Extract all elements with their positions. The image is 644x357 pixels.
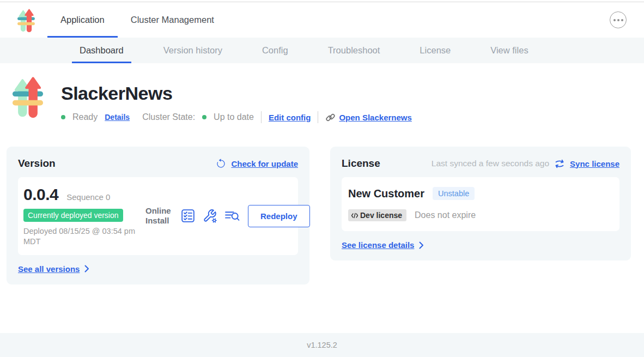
license-type-label: Dev license [360,211,402,220]
tab-label: View files [490,45,528,56]
customer-row: New Customer Unstable [348,186,613,200]
app-logo-small[interactable] [17,8,35,33]
see-all-versions-row: See all versions [18,264,298,274]
deployed-status-badge: Currently deployed version [23,209,123,222]
license-type-badge: Dev license [348,209,406,221]
tab-label: Dashboard [80,45,124,56]
code-icon [351,213,359,219]
ellipsis-icon [613,19,616,21]
app-subnav: Dashboard Version history Config Trouble… [0,38,644,63]
redeploy-button[interactable]: Redeploy [248,205,310,227]
version-actions: Online Install [145,205,310,227]
sequence-label: Sequence 0 [66,192,110,202]
tab-label: Config [262,45,288,56]
page-title: SlackerNews [61,83,419,104]
cluster-state-label: Cluster State: [142,112,195,122]
header-tab-label: Application [60,15,105,25]
tab-config[interactable]: Config [254,38,296,63]
header-tab-application[interactable]: Application [47,2,118,38]
open-app-link[interactable]: Open Slackernews [325,112,411,123]
version-number: 0.0.4 [23,185,58,204]
refresh-icon [216,159,226,169]
chevron-right-icon [84,265,89,273]
hero-text: SlackerNews Ready Details Cluster State:… [61,75,419,123]
tab-view-files[interactable]: View files [483,38,536,63]
check-update-action[interactable]: Check for update [216,159,298,169]
see-license-details-link[interactable]: See license details [342,240,414,250]
license-meta-row: Dev license Does not expire [348,209,613,221]
header-tabs: Application Cluster Management [47,2,227,38]
edit-config-link[interactable]: Edit config [269,113,311,122]
app-logo-icon [12,75,44,120]
status-details-link[interactable]: Details [105,113,130,122]
version-card-title: Version [18,158,56,170]
vertical-divider [261,111,262,123]
tab-troubleshoot[interactable]: Troubleshoot [320,38,388,63]
current-version-panel: 0.0.4 Sequence 0 Currently deployed vers… [18,177,298,255]
view-logs-icon[interactable] [225,209,240,223]
tab-license[interactable]: License [412,38,458,63]
chain-link-icon [325,112,336,123]
license-card-header: License Last synced a few seconds ago Sy… [342,158,619,170]
check-update-link[interactable]: Check for update [231,159,298,168]
channel-badge: Unstable [433,187,475,200]
license-card-title: License [342,158,380,170]
license-card: License Last synced a few seconds ago Sy… [330,147,631,261]
dashboard-cards: Version Check for update 0.0.4 Sequence … [7,147,631,285]
tab-dashboard[interactable]: Dashboard [72,38,131,63]
config-wrench-icon[interactable] [203,209,217,223]
open-app-link-label: Open Slackernews [339,113,411,122]
version-card: Version Check for update 0.0.4 Sequence … [7,147,309,285]
ready-status-label: Ready [72,112,98,122]
tab-label: Version history [163,45,222,56]
sync-arrows-icon [554,159,565,168]
vertical-divider [318,111,318,123]
app-hero: SlackerNews Ready Details Cluster State:… [0,63,644,123]
console-version: v1.125.2 [307,341,337,349]
last-synced-label: Last synced a few seconds ago [432,159,549,168]
tab-version-history[interactable]: Version history [156,38,230,63]
sync-license-link[interactable]: Sync license [570,159,619,168]
license-expiration: Does not expire [415,210,476,220]
chevron-right-icon [419,241,424,249]
license-info-panel: New Customer Unstable Dev license Does n… [342,177,619,231]
tab-label: License [420,45,451,56]
see-all-versions-link[interactable]: See all versions [18,264,80,274]
version-card-header: Version Check for update [18,158,298,170]
customer-name: New Customer [348,187,424,200]
ready-status-dot [61,115,65,119]
cluster-state-value: Up to date [214,112,254,122]
main-header: Application Cluster Management [0,2,644,38]
more-menu-button[interactable] [610,11,627,28]
version-number-row: 0.0.4 Sequence 0 [23,185,145,204]
install-type-label: Online Install [145,206,173,227]
dashboard-main: SlackerNews Ready Details Cluster State:… [0,63,644,285]
version-info: 0.0.4 Sequence 0 Currently deployed vers… [23,185,145,247]
app-logo-icon [17,8,35,33]
app-status-row: Ready Details Cluster State: Up to date … [61,111,419,123]
preflight-checks-icon[interactable] [180,209,195,223]
ellipsis-icon [621,19,623,21]
ellipsis-icon [617,19,619,21]
see-license-details-row: See license details [342,240,619,250]
tab-label: Troubleshoot [328,45,380,56]
deployed-timestamp: Deployed 08/15/25 @ 03:54 pm MDT [23,226,141,247]
header-tab-cluster-management[interactable]: Cluster Management [118,2,227,38]
header-tab-label: Cluster Management [131,15,214,25]
app-logo-large [12,75,44,123]
console-footer: v1.125.2 [0,333,644,357]
cluster-state-dot [202,115,206,119]
